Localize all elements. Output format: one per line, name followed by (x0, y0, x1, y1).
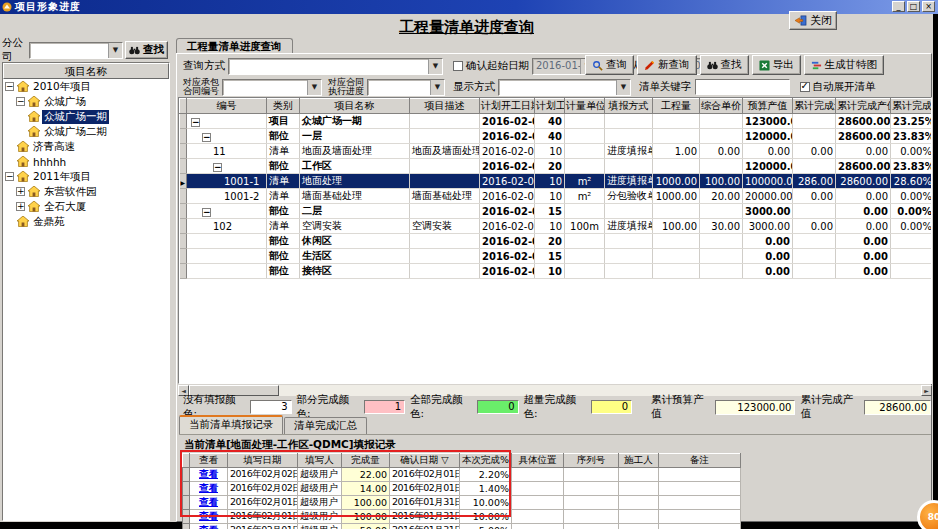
contract-no-select[interactable] (222, 79, 322, 96)
grid-row[interactable]: − 部位 二层 2016-02-01 15 3000.00 (180, 204, 933, 219)
expand-toggle-icon[interactable]: − (16, 97, 25, 106)
find-button[interactable]: 查找 (700, 55, 749, 75)
view-link[interactable]: 查看 (190, 510, 228, 524)
record-column-header[interactable]: 具体位置 (512, 454, 564, 468)
grid-row[interactable]: − 部位 工作区 2016-02-01 20 120000.00 (180, 159, 933, 174)
row-selector[interactable] (183, 496, 190, 510)
tree-item[interactable]: − 众城广场 (3, 94, 169, 109)
row-selector[interactable] (180, 204, 187, 219)
grid-row[interactable]: 11 清单 地面及墙面处理 地面及墙面处理 2016-02-01 10 进度填报… (180, 144, 933, 159)
contract-progress-select[interactable] (367, 79, 445, 96)
record-column-header[interactable]: 确认日期 ▽ (390, 454, 460, 468)
row-selector[interactable] (180, 174, 187, 189)
row-selector[interactable] (183, 524, 190, 529)
chevron-down-icon[interactable] (616, 80, 630, 95)
minimize-icon[interactable]: _ (892, 1, 905, 12)
grid-column-header[interactable]: 计划开工日期 (480, 99, 535, 114)
grid-column-header[interactable]: 计划工期 (535, 99, 565, 114)
expand-toggle-icon[interactable]: + (16, 202, 25, 211)
close-button[interactable]: 关闭 (789, 11, 837, 30)
record-column-header[interactable]: 序列号 (564, 454, 619, 468)
record-row[interactable]: 查看 2016年02月01日 超级用户 50.00 2016年01月31日 5.… (183, 524, 741, 529)
tree-item[interactable]: 众城广场二期 (3, 124, 169, 139)
grid-column-header[interactable]: 项目描述 (410, 99, 480, 114)
bottom-tab[interactable]: 清单完成汇总 (284, 417, 367, 434)
grid-row[interactable]: 1001-2 清单 墙面基础处理 墙面基础处理 2016-02-01 10 m²… (180, 189, 933, 204)
row-selector[interactable] (183, 468, 190, 482)
expand-toggle-icon[interactable]: − (5, 82, 14, 91)
record-column-header[interactable]: 本次完成% (460, 454, 512, 468)
row-selector[interactable] (183, 482, 190, 496)
view-link[interactable]: 查看 (190, 496, 228, 510)
close-window-icon[interactable]: × (922, 1, 935, 12)
expand-toggle-icon[interactable]: − (191, 118, 200, 127)
row-selector[interactable] (180, 189, 187, 204)
keyword-input[interactable] (695, 79, 790, 95)
grid-row[interactable]: 部位 接待区 2016-02-01 10 0.00 (180, 264, 933, 279)
tab-progress-query[interactable]: 工程量清单进度查询 (176, 38, 293, 53)
grid-column-header[interactable]: 编号 (187, 99, 267, 114)
expand-toggle-icon[interactable]: + (16, 187, 25, 196)
row-selector[interactable] (180, 129, 187, 144)
restore-icon[interactable]: □ (907, 1, 920, 12)
row-selector[interactable] (180, 114, 187, 129)
gantt-button[interactable]: 生成甘特图 (804, 55, 885, 75)
query-button[interactable]: 查询 (585, 55, 634, 75)
grid-column-header[interactable]: 工程量 (653, 99, 700, 114)
tree-item[interactable]: 济青高速 (3, 139, 169, 154)
view-link[interactable]: 查看 (190, 482, 228, 496)
tree-item[interactable]: hhhhh (3, 154, 169, 169)
record-column-header[interactable]: 施工人 (619, 454, 659, 468)
row-selector[interactable] (183, 510, 190, 524)
query-mode-select[interactable] (228, 58, 443, 75)
expand-toggle-icon[interactable]: − (213, 163, 222, 172)
export-button[interactable]: 导出 (752, 55, 801, 75)
grid-row[interactable]: 部位 休闲区 2016-02-01 20 0.00 (180, 234, 933, 249)
expand-toggle-icon[interactable]: − (5, 172, 14, 181)
view-link[interactable]: 查看 (190, 524, 228, 529)
tree-item[interactable]: − 2010年项目 (3, 79, 169, 94)
record-column-header[interactable]: 查看 (190, 454, 228, 468)
grid-column-header[interactable]: 预算产值 (743, 99, 793, 114)
row-selector[interactable] (180, 159, 187, 174)
grid-column-header[interactable]: 计量单位 (565, 99, 605, 114)
grid-column-header[interactable]: 综合单价 (700, 99, 743, 114)
grid-column-header[interactable]: 累计完成产值 (836, 99, 891, 114)
auto-expand-checkbox[interactable] (800, 82, 810, 92)
view-link[interactable]: 查看 (190, 468, 228, 482)
grid-column-header[interactable]: 类别 (267, 99, 300, 114)
tree-item[interactable]: + 全石大厦 (3, 199, 169, 214)
record-row[interactable]: 查看 2016年02月02日 超级用户 14.00 2016年02月01日 1.… (183, 482, 741, 496)
row-selector[interactable] (180, 249, 187, 264)
grid-row[interactable]: − 项目 众城广场一期 2016-02-01 40 123000.00 (180, 114, 933, 129)
expand-toggle-icon[interactable]: − (202, 208, 211, 217)
bottom-tab[interactable]: 当前清单填报记录 (179, 415, 283, 434)
grid-column-header[interactable]: 累计完成% (891, 99, 933, 114)
grid-column-header[interactable]: 项目名称 (300, 99, 410, 114)
record-column-header[interactable]: 完成量 (342, 454, 390, 468)
row-selector[interactable] (180, 234, 187, 249)
tree-item[interactable]: 金鼎苑 (3, 214, 169, 229)
company-select[interactable] (29, 42, 123, 59)
display-mode-select[interactable] (498, 79, 631, 96)
grid-row[interactable]: − 部位 一层 2016-02-01 40 120000.00 (180, 129, 933, 144)
tree-item[interactable]: + 东营软件园 (3, 184, 169, 199)
tree-item[interactable]: 众城广场一期 (3, 109, 169, 124)
row-selector[interactable] (180, 219, 187, 234)
record-row[interactable]: 查看 2016年02月02日 超级用户 22.00 2016年02月01日 2.… (183, 468, 741, 482)
grid-column-header[interactable]: 累计完成量 (793, 99, 836, 114)
sidebar-find-button[interactable]: 查找 (125, 41, 168, 59)
record-row[interactable]: 查看 2016年02月01日 超级用户 100.00 2016年01月31日 1… (183, 496, 741, 510)
grid-row[interactable]: 1001-1 清单 地面处理 2016-02-01 10 m² 进度填报单 10… (180, 174, 933, 189)
grid-row[interactable]: 部位 生活区 2016-02-01 15 0.00 (180, 249, 933, 264)
grid-column-header[interactable]: 填报方式 (605, 99, 653, 114)
row-selector[interactable] (180, 144, 187, 159)
record-column-header[interactable]: 填写日期 (228, 454, 298, 468)
record-column-header[interactable]: 备注 (659, 454, 741, 468)
grid-row[interactable]: 102 清单 空调安装 空调安装 2016-02-01 10 100m 进度填报… (180, 219, 933, 234)
confirm-start-checkbox[interactable] (453, 61, 463, 71)
chevron-down-icon[interactable] (428, 59, 442, 74)
record-column-header[interactable]: 填写人 (298, 454, 342, 468)
tree-item[interactable]: − 2011年项目 (3, 169, 169, 184)
row-selector[interactable] (180, 264, 187, 279)
